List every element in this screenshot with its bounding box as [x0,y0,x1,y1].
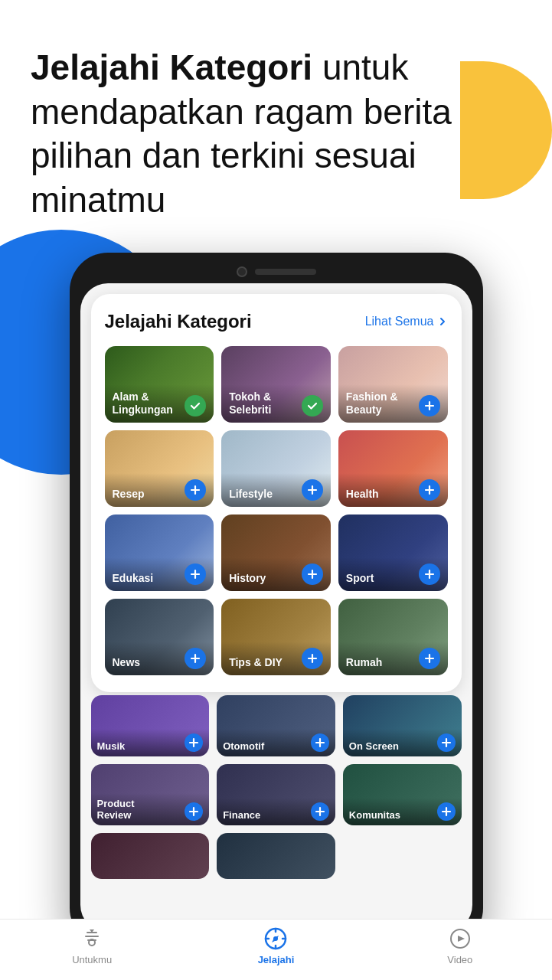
category-item-health[interactable]: Health [338,430,448,507]
category-item-alam[interactable]: Alam &Lingkungan [105,346,214,423]
card-header: Jelajahi Kategori Lihat Semua [105,311,448,332]
add-btn-fashion[interactable] [419,395,440,416]
strip-row-3 [91,833,462,879]
category-item-resep[interactable]: Resep [105,430,214,507]
strip-label-product: ProductReview [97,798,135,821]
phone-frame: Jelajahi Kategori Lihat Semua Alam &Ling… [70,253,483,946]
strip-label-musik: Musik [97,740,126,752]
category-label-rumah: Rumah [346,656,382,669]
strip-item-komunitas[interactable]: Komunitas [343,764,462,825]
add-btn-news[interactable] [185,648,206,669]
category-label-alam: Alam &Lingkungan [113,390,173,416]
card-title: Jelajahi Kategori [105,311,252,332]
nav-item-jelajahi[interactable]: Jelajahi [184,926,367,965]
untukmu-icon [80,926,104,951]
category-label-lifestyle: Lifestyle [229,488,273,501]
category-item-edukasi[interactable]: Edukasi [105,514,214,591]
category-label-tokoh: Tokoh &Selebriti [229,390,271,416]
nav-label-jelajahi: Jelajahi [258,954,295,965]
add-btn-otomotif[interactable] [311,733,329,752]
add-btn-rumah[interactable] [419,648,440,669]
lihat-semua-button[interactable]: Lihat Semua [365,315,448,328]
strip-item-otomotif[interactable]: Otomotif [217,695,335,756]
add-btn-onscreen[interactable] [437,733,456,752]
nav-label-untukmu: Untukmu [72,954,112,965]
category-item-tips[interactable]: Tips & DIY [221,599,331,675]
category-label-resep: Resep [113,488,145,501]
category-item-tokoh[interactable]: Tokoh &Selebriti [221,346,331,423]
add-btn-tokoh[interactable] [302,395,323,416]
strip-label-komunitas: Komunitas [349,809,400,821]
category-grid: Alam &Lingkungan Tokoh &Selebriti [105,346,448,675]
add-btn-musik[interactable] [185,733,203,752]
speaker [255,269,316,275]
header-title: Jelajahi Kategori untuk mendapatkan raga… [31,46,521,222]
phone-screen: Jelajahi Kategori Lihat Semua Alam &Ling… [80,283,472,933]
add-btn-history[interactable] [302,564,323,585]
strip-item-finance[interactable]: Finance [217,764,335,825]
category-item-rumah[interactable]: Rumah [338,599,448,675]
add-btn-tips[interactable] [302,648,323,669]
add-btn-edukasi[interactable] [185,564,206,585]
bottom-strip: Musik Otomotif [80,695,472,879]
add-btn-resep[interactable] [185,479,206,501]
bottom-nav: Untukmu Jelajahi Video [0,919,552,980]
category-label-edukasi: Edukasi [113,572,154,585]
category-label-fashion: Fashion &Beauty [346,390,398,416]
category-label-health: Health [346,488,379,501]
nav-item-video[interactable]: Video [368,926,552,965]
strip-item-bottom1[interactable] [91,833,210,879]
category-item-news[interactable]: News [105,599,214,675]
strip-row-2: ProductReview Finance [91,764,462,825]
strip-label-onscreen: On Screen [349,740,399,752]
category-label-tips: Tips & DIY [229,656,283,669]
strip-row-1: Musik Otomotif [91,695,462,756]
strip-label-finance: Finance [223,809,260,821]
strip-item-onscreen[interactable]: On Screen [343,695,462,756]
category-item-fashion[interactable]: Fashion &Beauty [338,346,448,423]
add-btn-komunitas[interactable] [437,802,456,821]
kategori-card: Jelajahi Kategori Lihat Semua Alam &Ling… [91,294,462,692]
category-item-sport[interactable]: Sport [338,514,448,591]
category-item-history[interactable]: History [221,514,331,591]
nav-item-untukmu[interactable]: Untukmu [0,926,184,965]
strip-item-product[interactable]: ProductReview [91,764,210,825]
strip-label-otomotif: Otomotif [223,740,264,752]
phone-notch [80,266,472,277]
add-btn-health[interactable] [419,479,440,501]
category-label-sport: Sport [346,572,374,585]
add-btn-product[interactable] [185,802,203,821]
strip-item-musik[interactable]: Musik [91,695,210,756]
category-label-news: News [113,656,141,669]
category-label-history: History [229,572,266,585]
video-icon [448,926,472,951]
strip-item-empty [343,833,462,879]
add-btn-finance[interactable] [311,802,329,821]
add-btn-alam[interactable] [185,395,206,416]
add-btn-sport[interactable] [419,564,440,585]
jelajahi-icon [263,926,288,951]
phone-mockup: Jelajahi Kategori Lihat Semua Alam &Ling… [0,253,552,946]
camera-dot [237,266,247,277]
nav-label-video: Video [447,954,472,965]
strip-item-bottom2[interactable] [217,833,335,879]
category-item-lifestyle[interactable]: Lifestyle [221,430,331,507]
header-section: Jelajahi Kategori untuk mendapatkan raga… [0,0,552,245]
add-btn-lifestyle[interactable] [302,479,323,501]
